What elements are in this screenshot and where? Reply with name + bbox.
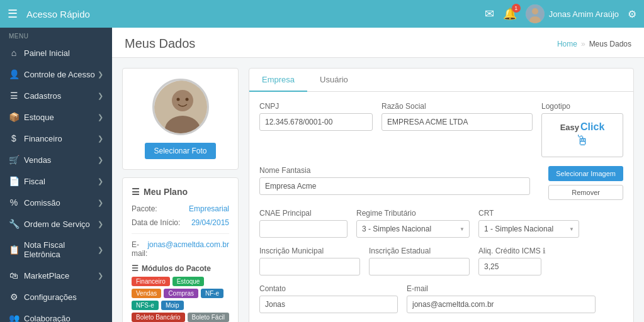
right-panel: Empresa Usuário CNPJ Razão Social — [249, 68, 634, 322]
plan-card: ☰ Meu Plano Pacote: Empresarial Data de … — [122, 177, 239, 322]
wrench-icon: 🔧 — [9, 219, 19, 229]
chevron-icon: ❯ — [98, 70, 103, 79]
nome-fantasia-group: Nome Fantasia — [259, 166, 530, 195]
sidebar-item-label: Nota Fiscal Eletrônica — [24, 240, 98, 259]
select-image-button[interactable]: Selecionar Imagem — [548, 166, 623, 181]
main-layout: Menu ⌂ Painel Inicial 👤 Controle de Aces… — [0, 28, 644, 322]
email-label: E-mail — [407, 284, 596, 293]
list-icon: ☰ — [132, 187, 140, 197]
user-menu[interactable]: Jonas Amim Araújo — [526, 4, 619, 23]
contato-input[interactable] — [259, 296, 398, 313]
chevron-icon: ❯ — [98, 246, 103, 254]
gear-icon: ⚙ — [9, 292, 19, 302]
contato-label: Contato — [259, 284, 398, 293]
plan-email-row: E-mail: jonas@acmeltda.com.br — [132, 240, 229, 258]
breadcrumb-home[interactable]: Home — [557, 40, 577, 48]
bell-icon[interactable]: 🔔 1 — [503, 7, 517, 21]
cnpj-input[interactable] — [259, 113, 373, 131]
insc-estadual-group: Inscrição Estadual — [369, 247, 470, 275]
sidebar-item-financeiro[interactable]: $ Financeiro ❯ — [0, 128, 112, 149]
sidebar-item-label: Controle de Acesso — [24, 70, 95, 79]
sidebar-item-label: MarketPlace — [24, 271, 69, 280]
group-icon: 👥 — [9, 313, 19, 322]
logotipo-actions: Selecionar Imagem Remover — [548, 166, 623, 200]
info-icon[interactable]: ℹ — [543, 247, 546, 255]
crt-group: CRT 1 - Simples Nacional 2 - Lucro Presu… — [478, 209, 579, 238]
sidebar-item-controle-acesso[interactable]: 👤 Controle de Acesso ❯ — [0, 64, 112, 85]
aliq-group: Aliq. Crédito ICMS ℹ — [478, 247, 546, 275]
sidebar-item-estoque[interactable]: 📦 Estoque ❯ — [0, 106, 112, 128]
topbar-icons: ✉ 🔔 1 Jonas Amim Araújo ⚙ — [485, 4, 636, 23]
sidebar-item-configuracoes[interactable]: ⚙ Configurações — [0, 286, 112, 308]
tag-estoque: Estoque — [172, 277, 205, 286]
logotipo-group: Logotipo Easy Click 🖱 — [541, 102, 623, 157]
razao-input[interactable] — [381, 113, 533, 131]
chevron-icon: ❯ — [98, 92, 103, 100]
remove-button[interactable]: Remover — [548, 185, 623, 200]
doc-icon: 📄 — [9, 176, 19, 186]
tab-empresa[interactable]: Empresa — [249, 69, 307, 92]
sidebar-item-nota-fiscal[interactable]: 📋 Nota Fiscal Eletrônica ❯ — [0, 235, 112, 265]
sidebar: Menu ⌂ Painel Inicial 👤 Controle de Aces… — [0, 28, 112, 322]
breadcrumb-current: Meus Dados — [589, 40, 631, 48]
insc-estadual-label: Inscrição Estadual — [369, 247, 470, 255]
cnae-group: CNAE Principal — [259, 209, 347, 238]
cnae-input[interactable] — [259, 220, 347, 238]
dollar-icon: $ — [9, 133, 19, 143]
sidebar-item-painel-inicial[interactable]: ⌂ Painel Inicial — [0, 42, 112, 64]
email-input[interactable] — [407, 296, 596, 313]
percent-icon: % — [9, 197, 19, 208]
form-body: CNPJ Razão Social Logotipo — [249, 92, 633, 322]
insc-estadual-input[interactable] — [369, 258, 470, 275]
sidebar-item-label: Cadastros — [24, 91, 61, 101]
form-row-2: Nome Fantasia Selecionar Imagem Remover — [259, 166, 623, 200]
pacote-value: Empresarial — [189, 204, 229, 213]
sidebar-item-colaboracao[interactable]: 👥 Colaboração — [0, 308, 112, 322]
svg-point-7 — [185, 98, 188, 101]
breadcrumb: Home » Meus Dados — [557, 40, 631, 48]
sidebar-item-comissao[interactable]: % Comissão ❯ — [0, 192, 112, 213]
aliq-input[interactable] — [478, 258, 541, 275]
sidebar-item-label: Comissão — [24, 198, 60, 208]
sidebar-item-label: Estoque — [24, 113, 54, 122]
hamburger-icon[interactable]: ☰ — [8, 7, 18, 21]
pacote-label: Pacote: — [132, 204, 157, 213]
list-icon: ☰ — [9, 91, 19, 101]
sidebar-item-fiscal[interactable]: 📄 Fiscal ❯ — [0, 170, 112, 192]
sidebar-item-vendas[interactable]: 🛒 Vendas ❯ — [0, 149, 112, 170]
content-body: Selecionar Foto ☰ Meu Plano Pacote: Empr… — [112, 58, 644, 322]
select-photo-button[interactable]: Selecionar Foto — [145, 143, 215, 159]
mail-icon[interactable]: ✉ — [485, 7, 494, 21]
cart-icon: 🛒 — [9, 155, 19, 165]
topbar-title: Acesso Rápido — [26, 9, 485, 19]
form-row-4: Inscrição Municipal Inscrição Estadual A… — [259, 247, 623, 275]
form-row-1: CNPJ Razão Social Logotipo — [259, 102, 623, 157]
plan-divider — [132, 233, 229, 234]
nome-fantasia-input[interactable] — [259, 177, 530, 195]
chevron-icon: ❯ — [98, 177, 103, 186]
tab-usuario[interactable]: Usuário — [307, 69, 361, 92]
plan-inicio-row: Data de Início: 29/04/2015 — [132, 218, 229, 227]
sidebar-item-ordem-servico[interactable]: 🔧 Ordem de Serviço ❯ — [0, 213, 112, 235]
regime-select[interactable]: 3 - Simples Nacional 1 - Lucro Real 2 - … — [356, 220, 470, 238]
sidebar-menu-label: Menu — [0, 28, 112, 42]
settings-icon[interactable]: ⚙ — [628, 8, 636, 20]
breadcrumb-separator: » — [581, 40, 585, 48]
crt-label: CRT — [478, 209, 579, 218]
razao-label: Razão Social — [381, 102, 533, 111]
crt-select[interactable]: 1 - Simples Nacional 2 - Lucro Presumido… — [478, 220, 579, 238]
chevron-icon: ❯ — [98, 220, 103, 228]
sidebar-item-cadastros[interactable]: ☰ Cadastros ❯ — [0, 85, 112, 106]
insc-municipal-group: Inscrição Municipal — [259, 247, 360, 275]
svg-point-1 — [532, 8, 538, 14]
insc-municipal-input[interactable] — [259, 258, 360, 275]
tag-boleto-bancario: Boleto Bancário — [132, 313, 185, 322]
sidebar-item-label: Ordem de Serviço — [24, 219, 90, 229]
left-panel: Selecionar Foto ☰ Meu Plano Pacote: Empr… — [122, 68, 239, 322]
regime-group: Regime Tributário 3 - Simples Nacional 1… — [356, 209, 470, 238]
sidebar-item-marketplace[interactable]: 🛍 MarketPlace ❯ — [0, 265, 112, 286]
tag-financeiro: Financeiro — [132, 277, 170, 286]
chevron-icon: ❯ — [98, 272, 103, 280]
svg-point-6 — [176, 98, 179, 101]
box-icon: 📦 — [9, 112, 19, 122]
